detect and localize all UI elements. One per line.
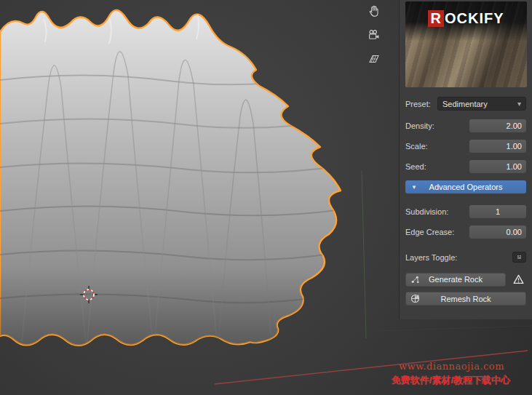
axis-y-green xyxy=(362,171,366,338)
scale-label: Scale: xyxy=(405,142,469,151)
watermark-caption: 免费软件/素材/教程下载中心 xyxy=(392,374,510,387)
chevron-down-icon: ▾ xyxy=(517,100,521,108)
generate-row: Generate Rock xyxy=(405,272,526,287)
seed-label: Seed: xyxy=(405,162,469,171)
hand-tool-button[interactable] xyxy=(363,1,385,20)
remesh-rock-label: Remesh Rock xyxy=(410,295,521,303)
advanced-operators-label: Advanced Operators xyxy=(410,183,522,191)
layers-texture-icon xyxy=(517,254,521,260)
logo-rest: OCKIFY xyxy=(445,10,504,26)
camera-view-button[interactable] xyxy=(363,25,385,44)
hand-icon xyxy=(368,4,381,17)
grid-icon xyxy=(368,52,381,65)
preset-value: Sedimentary xyxy=(442,100,517,108)
addon-preview-image: ROCKIFY xyxy=(405,1,527,87)
edge-crease-field[interactable]: 0.00 xyxy=(469,226,526,239)
scale-row: Scale: 1.00 xyxy=(405,140,526,153)
seed-row: Seed: 1.00 xyxy=(405,160,526,173)
layers-toggle-row: Layers Toggle: xyxy=(405,252,526,263)
watermark-url: www.diannaojia.com xyxy=(399,361,504,372)
rockify-panel: ROCKIFY Preset: Sedimentary ▾ Density: 2… xyxy=(399,0,532,319)
seed-field[interactable]: 1.00 xyxy=(469,160,526,173)
remesh-rock-button[interactable]: Remesh Rock xyxy=(405,292,526,306)
caret-down-icon: ▼ xyxy=(411,184,417,191)
scale-field[interactable]: 1.00 xyxy=(469,140,526,153)
density-field[interactable]: 2.00 xyxy=(469,119,526,132)
generate-rock-button[interactable]: Generate Rock xyxy=(405,273,506,287)
logo-r-badge: R xyxy=(428,10,443,27)
particles-icon xyxy=(410,275,420,286)
viewport-toolbar xyxy=(363,1,385,68)
preset-label: Preset: xyxy=(405,100,437,108)
subdivision-field[interactable]: 1 xyxy=(469,205,526,218)
density-row: Density: 2.00 xyxy=(405,119,526,132)
generate-rock-label: Generate Rock xyxy=(410,275,501,284)
layers-toggle-button[interactable] xyxy=(512,252,526,263)
edge-crease-label: Edge Crease: xyxy=(405,228,469,236)
subdivision-label: Subdivision: xyxy=(405,207,469,216)
grid-ortho-button[interactable] xyxy=(363,49,385,68)
layers-toggle-label: Layers Toggle: xyxy=(405,253,512,262)
remesh-row: Remesh Rock xyxy=(405,292,526,306)
advanced-operators-button[interactable]: ▼ Advanced Operators xyxy=(405,180,526,193)
edge-crease-row: Edge Crease: 0.00 xyxy=(405,226,526,239)
remesh-sphere-icon xyxy=(410,294,420,305)
preset-row: Preset: Sedimentary ▾ xyxy=(405,97,526,111)
subdivision-row: Subdivision: 1 xyxy=(405,205,526,218)
warning-icon xyxy=(510,272,526,287)
camera-icon xyxy=(368,28,381,41)
rock-mesh[interactable] xyxy=(0,10,378,349)
density-label: Density: xyxy=(405,121,469,130)
blender-window: www.diannaojia.com 免费软件/素材/教程下载中心 ROCKIF… xyxy=(0,0,532,395)
rockify-logo: ROCKIFY xyxy=(405,10,527,27)
preset-dropdown[interactable]: Sedimentary ▾ xyxy=(437,97,526,111)
